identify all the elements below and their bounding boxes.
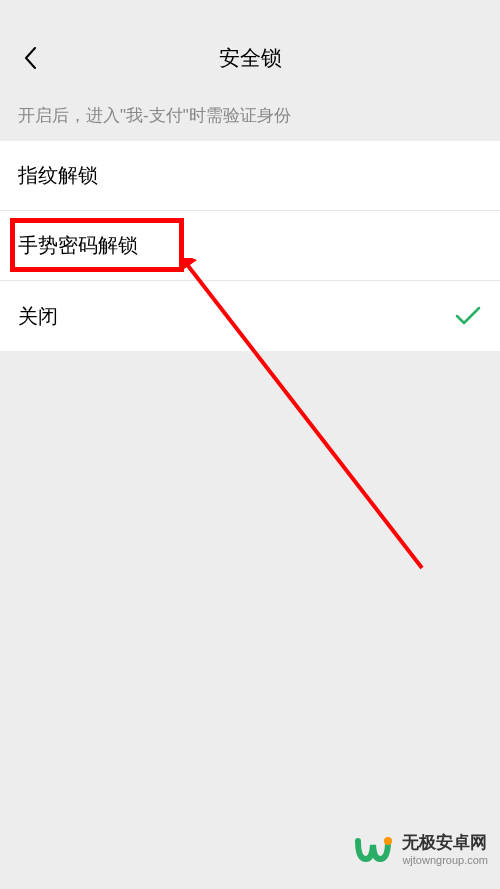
back-button[interactable] [18, 46, 42, 70]
description-text: 开启后，进入"我-支付"时需验证身份 [0, 86, 500, 141]
status-bar [0, 0, 500, 30]
svg-point-2 [384, 837, 392, 845]
option-label: 关闭 [18, 303, 58, 330]
option-fingerprint[interactable]: 指纹解锁 [0, 141, 500, 211]
options-list: 指纹解锁 手势密码解锁 关闭 [0, 141, 500, 351]
watermark-sub: wjtowngroup.com [402, 854, 488, 867]
watermark-text: 无极安卓网 wjtowngroup.com [402, 833, 488, 867]
option-gesture[interactable]: 手势密码解锁 [0, 211, 500, 281]
nav-bar: 安全锁 [0, 30, 500, 86]
watermark: 无极安卓网 wjtowngroup.com [352, 829, 488, 871]
page-title: 安全锁 [219, 44, 282, 72]
watermark-title: 无极安卓网 [402, 833, 488, 853]
check-icon [454, 302, 482, 330]
chevron-left-icon [24, 47, 36, 69]
option-off[interactable]: 关闭 [0, 281, 500, 351]
watermark-logo-icon [352, 829, 394, 871]
option-label: 手势密码解锁 [18, 232, 138, 259]
option-label: 指纹解锁 [18, 162, 98, 189]
